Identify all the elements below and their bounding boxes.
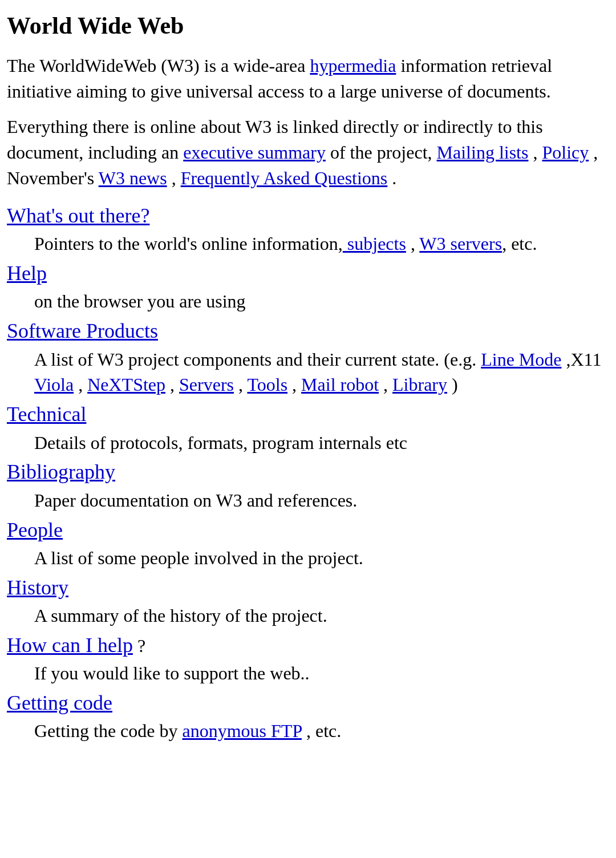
help-link[interactable]: Help (7, 259, 609, 288)
technical-section: Technical Details of protocols, formats,… (7, 400, 609, 455)
subjects-link[interactable]: subjects (343, 233, 406, 254)
help-desc: on the browser you are using (34, 289, 609, 314)
history-desc: A summary of the history of the project. (34, 603, 609, 629)
w3-servers-link[interactable]: W3 servers (419, 233, 502, 254)
anonymous-ftp-link[interactable]: anonymous FTP (182, 721, 302, 741)
intro-paragraph-2: Everything there is online about W3 is l… (7, 114, 609, 191)
help-section: Help on the browser you are using (7, 259, 609, 314)
whats-out-there-link[interactable]: What's out there? (7, 201, 609, 230)
bibliography-desc: Paper documentation on W3 and references… (34, 488, 609, 513)
intro2-mid4: , (167, 168, 181, 188)
getting-code-link[interactable]: Getting code (7, 689, 609, 717)
library-link[interactable]: Library (392, 374, 447, 395)
tools-link[interactable]: Tools (247, 374, 287, 395)
technical-link[interactable]: Technical (7, 400, 609, 428)
hypermedia-link[interactable]: hypermedia (310, 55, 396, 76)
line-mode-link[interactable]: Line Mode (481, 349, 561, 370)
policy-link[interactable]: Policy (542, 142, 589, 163)
how-can-i-help-section: How can I help ? If you would like to su… (7, 631, 609, 686)
nextstep-link[interactable]: NeXTStep (87, 374, 165, 395)
executive-summary-link[interactable]: executive summary (183, 142, 326, 163)
intro2-mid2: , (528, 142, 542, 163)
history-link[interactable]: History (7, 573, 609, 602)
page-title: World Wide Web (7, 9, 609, 43)
whats-out-there-desc: Pointers to the world's online informati… (34, 231, 609, 257)
intro1-text: The WorldWideWeb (W3) is a wide-area (7, 55, 310, 76)
how-can-i-help-inline: How can I help ? (7, 636, 145, 656)
mailing-lists-link[interactable]: Mailing lists (437, 142, 529, 163)
people-link[interactable]: People (7, 516, 609, 544)
intro2-end: . (387, 168, 396, 188)
faq-link[interactable]: Frequently Asked Questions (181, 168, 388, 188)
software-products-link[interactable]: Software Products (7, 317, 609, 345)
mail-robot-link[interactable]: Mail robot (301, 374, 379, 395)
how-can-i-help-desc: If you would like to support the web.. (34, 661, 609, 686)
how-can-i-help-link[interactable]: How can I help (7, 634, 133, 657)
bibliography-link[interactable]: Bibliography (7, 458, 609, 486)
software-products-desc: A list of W3 project components and thei… (34, 347, 609, 398)
w3-news-link[interactable]: W3 news (99, 168, 167, 188)
servers-link[interactable]: Servers (179, 374, 234, 395)
getting-code-section: Getting code Getting the code by anonymo… (7, 689, 609, 744)
whats-out-there-section: What's out there? Pointers to the world'… (7, 201, 609, 257)
history-section: History A summary of the history of the … (7, 573, 609, 629)
intro-paragraph-1: The WorldWideWeb (W3) is a wide-area hyp… (7, 53, 609, 104)
getting-code-desc: Getting the code by anonymous FTP , etc. (34, 718, 609, 744)
technical-desc: Details of protocols, formats, program i… (34, 430, 609, 456)
how-can-i-help-question: ? (133, 636, 145, 656)
software-products-section: Software Products A list of W3 project c… (7, 317, 609, 398)
people-section: People A list of some people involved in… (7, 516, 609, 571)
bibliography-section: Bibliography Paper documentation on W3 a… (7, 458, 609, 513)
intro2-mid1: of the project, (326, 142, 437, 163)
viola-link[interactable]: Viola (34, 374, 74, 395)
people-desc: A list of some people involved in the pr… (34, 545, 609, 571)
